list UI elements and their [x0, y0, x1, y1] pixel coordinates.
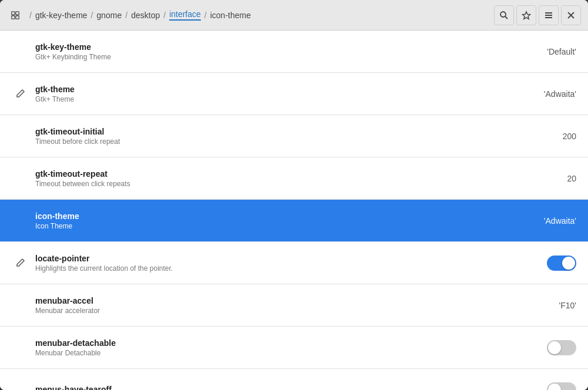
setting-info: gtk-timeout-repeat Timeout between click…	[35, 169, 560, 188]
setting-info: menus-have-tearoff	[35, 385, 547, 390]
setting-info: menubar-accel Menubar accelerator	[35, 296, 552, 315]
svg-line-5	[505, 16, 508, 19]
setting-key: gtk-timeout-repeat	[35, 169, 560, 179]
setting-info: gtk-timeout-initial Timeout before click…	[35, 127, 556, 146]
toggle-knob	[562, 257, 575, 270]
setting-key: gtk-timeout-initial	[35, 127, 556, 136]
titlebar: / gtk-key-theme / gnome / desktop / inte…	[0, 0, 588, 31]
toggle-knob	[548, 384, 561, 390]
edit-icon	[12, 86, 28, 102]
setting-key: menubar-detachable	[35, 338, 547, 348]
svg-rect-2	[12, 15, 15, 18]
setting-key: menubar-accel	[35, 296, 552, 305]
setting-key: icon-theme	[35, 211, 537, 221]
svg-rect-3	[16, 15, 19, 18]
menubar-detachable-toggle[interactable]	[547, 340, 576, 355]
breadcrumb-icon-theme[interactable]: icon-theme	[210, 11, 251, 20]
close-button[interactable]	[561, 5, 581, 25]
svg-point-4	[500, 12, 506, 17]
svg-marker-6	[523, 12, 530, 19]
sep-2: /	[125, 11, 127, 20]
list-item[interactable]: menubar-accel Menubar accelerator 'F10'	[0, 284, 588, 327]
breadcrumb-interface[interactable]: interface	[169, 9, 201, 21]
setting-description: Gtk+ Keybinding Theme	[35, 53, 540, 61]
breadcrumb-gnome[interactable]: gnome	[96, 11, 122, 20]
toggle-knob	[548, 341, 561, 354]
setting-info: locate-pointer Highlights the current lo…	[35, 254, 547, 273]
locate-pointer-toggle[interactable]	[547, 255, 576, 271]
list-item[interactable]: gtk-key-theme Gtk+ Keybinding Theme 'Def…	[0, 31, 588, 73]
sep-3: /	[163, 11, 166, 20]
sep-4: /	[204, 11, 207, 20]
setting-key: gtk-key-theme	[35, 42, 540, 52]
breadcrumb-icon	[7, 7, 23, 23]
setting-value: 'F10'	[559, 301, 576, 310]
sep-1: /	[91, 11, 93, 20]
setting-info: icon-theme Icon Theme	[35, 211, 537, 230]
list-item[interactable]: menubar-detachable Menubar Detachable	[0, 327, 588, 369]
setting-value: 'Adwaita'	[544, 216, 576, 226]
app-window: / gtk-key-theme / gnome / desktop / inte…	[0, 0, 588, 390]
breadcrumb-org[interactable]: gtk-key-theme	[35, 11, 88, 20]
edit-icon	[12, 255, 28, 271]
list-item-selected[interactable]: icon-theme Icon Theme 'Adwaita'	[0, 200, 588, 242]
breadcrumb-desktop[interactable]: desktop	[131, 11, 160, 20]
list-item[interactable]: gtk-timeout-initial Timeout before click…	[0, 115, 588, 157]
setting-description: Highlights the current location of the p…	[35, 264, 547, 273]
setting-key: gtk-theme	[35, 85, 537, 94]
setting-value: 'Default'	[547, 47, 576, 56]
menus-have-tearoff-toggle[interactable]	[547, 382, 576, 390]
list-item[interactable]: gtk-theme Gtk+ Theme 'Adwaita'	[0, 73, 588, 115]
setting-description: Menubar Detachable	[35, 349, 547, 357]
setting-value: 20	[567, 174, 576, 183]
list-item[interactable]: locate-pointer Highlights the current lo…	[0, 242, 588, 284]
setting-info: gtk-key-theme Gtk+ Keybinding Theme	[35, 42, 540, 61]
setting-description: Timeout between click repeats	[35, 180, 560, 188]
search-button[interactable]	[494, 5, 514, 25]
svg-rect-1	[16, 11, 19, 14]
setting-info: gtk-theme Gtk+ Theme	[35, 85, 537, 103]
settings-list: gtk-key-theme Gtk+ Keybinding Theme 'Def…	[0, 31, 588, 390]
svg-rect-0	[12, 11, 15, 14]
menu-button[interactable]	[539, 5, 559, 25]
setting-value: 'Adwaita'	[544, 89, 576, 99]
sep-0: /	[29, 11, 32, 20]
setting-value: 200	[563, 132, 576, 141]
setting-key: menus-have-tearoff	[35, 385, 547, 390]
setting-description: Menubar accelerator	[35, 307, 552, 315]
list-item[interactable]: gtk-timeout-repeat Timeout between click…	[0, 157, 588, 200]
titlebar-actions	[494, 5, 581, 25]
setting-description: Icon Theme	[35, 222, 537, 230]
star-button[interactable]	[516, 5, 536, 25]
setting-info: menubar-detachable Menubar Detachable	[35, 338, 547, 357]
breadcrumb: / gtk-key-theme / gnome / desktop / inte…	[7, 7, 489, 23]
setting-description: Timeout before click repeat	[35, 137, 556, 146]
setting-description: Gtk+ Theme	[35, 95, 537, 103]
setting-key: locate-pointer	[35, 254, 547, 263]
list-item[interactable]: menus-have-tearoff	[0, 369, 588, 390]
